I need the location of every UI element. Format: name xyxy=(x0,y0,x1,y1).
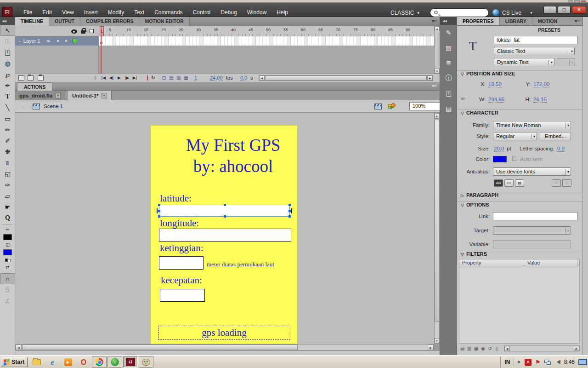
frames-grid[interactable] xyxy=(99,36,434,46)
start-button[interactable]: Start xyxy=(1,357,28,367)
center-frame-button[interactable]: ⊡ xyxy=(160,74,168,82)
layer-visible-dot[interactable] xyxy=(57,40,59,42)
align-panel-icon[interactable]: ≣ xyxy=(440,55,457,70)
tab-library[interactable]: LIBRARY xyxy=(500,17,532,25)
superscript-icon[interactable]: T¹ xyxy=(552,179,561,187)
brushes-panel-icon[interactable]: ✎ xyxy=(440,25,457,40)
straighten-option[interactable]: ∠ xyxy=(0,295,15,306)
history-panel-icon[interactable]: ▤ xyxy=(440,101,457,116)
delete-layer-button[interactable] xyxy=(38,75,44,80)
current-frame-value[interactable]: 1 xyxy=(194,75,197,81)
x-value[interactable]: 18,50 xyxy=(488,81,502,87)
step-back-button[interactable]: ◀| xyxy=(107,74,115,82)
free-transform-tool[interactable]: ◳ xyxy=(0,47,15,58)
transform-panel-icon[interactable]: ◰ xyxy=(440,86,457,101)
render-html-icon[interactable]: <> xyxy=(504,179,514,187)
os-close-button[interactable] xyxy=(581,0,586,2)
close-tab-icon[interactable]: × xyxy=(102,93,107,98)
os-minimize-button[interactable] xyxy=(568,0,573,2)
y-value[interactable]: 172,00 xyxy=(533,81,549,87)
go-to-last-frame-button[interactable]: ▶| xyxy=(131,74,139,82)
filter-presets-icon[interactable]: ▥ xyxy=(466,345,473,352)
meter-note-text[interactable]: meter diatas permukaan laut xyxy=(207,261,274,268)
layer-outline-color-swatch[interactable] xyxy=(73,39,77,43)
scene-name[interactable]: Scene 1 xyxy=(44,104,63,109)
scroll-left-icon[interactable]: ◀ xyxy=(504,346,510,351)
stroke-color-swatch[interactable] xyxy=(3,234,12,240)
eraser-tool[interactable]: ▱ xyxy=(0,190,15,201)
black-white-colors-icon[interactable] xyxy=(0,256,15,264)
scrollbar-thumb[interactable] xyxy=(435,120,439,322)
stage-pasteboard[interactable]: My First GPS by: ahocool latitude: longi… xyxy=(15,113,434,344)
hand-tool[interactable]: ☛ xyxy=(0,201,15,213)
selection-tool[interactable]: ↖ xyxy=(0,25,15,36)
timeline-horizontal-scrollbar[interactable]: ◀ ▶ xyxy=(259,75,433,81)
longitude-text-field[interactable] xyxy=(159,229,291,242)
text-tool[interactable]: T xyxy=(0,91,15,102)
edit-scene-icon[interactable] xyxy=(374,104,382,109)
show-border-icon[interactable]: ▤ xyxy=(515,179,524,187)
tab-compiler-errors[interactable]: COMPILER ERRORS xyxy=(80,17,139,26)
os-maximize-button[interactable] xyxy=(574,0,580,2)
scrollbar-thumb[interactable] xyxy=(265,75,427,80)
3d-rotation-tool[interactable]: ◍ xyxy=(0,58,15,69)
enable-filter-icon[interactable]: ◉ xyxy=(480,345,486,352)
filters-list-area[interactable] xyxy=(459,266,580,344)
selectable-text-icon[interactable]: AB xyxy=(494,179,503,187)
delete-filter-icon[interactable]: ▯ xyxy=(493,345,500,352)
tab-actions[interactable]: ACTIONS xyxy=(17,82,52,91)
stage-title-text[interactable]: My First GPS by: ahocool xyxy=(164,135,302,177)
frame-ruler[interactable]: 51015202530354045505560657075808590 1 xyxy=(99,26,434,36)
info-panel-icon[interactable]: ⓘ xyxy=(440,70,457,86)
onion-skin-button[interactable]: ▤ xyxy=(168,74,175,82)
scroll-up-icon[interactable]: ▲ xyxy=(435,26,440,31)
scroll-left-icon[interactable]: ◀ xyxy=(259,75,265,80)
kecepatan-text-field[interactable] xyxy=(160,289,205,302)
security-alert-tray-icon[interactable]: ⚑ xyxy=(535,359,541,366)
close-button[interactable]: ✕ xyxy=(572,6,586,14)
timeline-vertical-scrollbar[interactable]: ▲ ▼ xyxy=(434,26,440,74)
idm-taskbar-button[interactable]: ↓ xyxy=(107,356,122,368)
stage-vertical-scrollbar[interactable]: ▲ ▼ xyxy=(434,113,440,344)
property-column-header[interactable]: Property xyxy=(462,260,481,265)
text-type-select[interactable]: Dynamic Text ▾ xyxy=(494,58,554,66)
font-size-value[interactable]: 20,0 xyxy=(494,146,504,152)
volume-tray-icon[interactable] xyxy=(554,360,560,364)
zoom-tool[interactable]: Q xyxy=(0,213,15,224)
scroll-left-icon[interactable]: ◀ xyxy=(16,345,22,350)
instance-name-input[interactable]: lokasi_lat xyxy=(494,36,577,44)
reset-filter-icon[interactable]: ↺ xyxy=(486,345,493,352)
swatches-panel-icon[interactable]: ▦ xyxy=(440,40,457,55)
scroll-down-icon[interactable]: ▼ xyxy=(435,338,439,344)
go-to-first-frame-button[interactable]: |◀ xyxy=(100,74,107,82)
kecepatan-label[interactable]: kecepatan: xyxy=(161,275,202,286)
selection-handle[interactable] xyxy=(288,204,291,206)
doc-tab-untitled-1[interactable]: Untitled-1* × xyxy=(68,91,112,100)
w-value[interactable]: 284,95 xyxy=(488,97,504,103)
link-input[interactable] xyxy=(493,212,577,220)
tray-expand-icon[interactable]: « xyxy=(516,361,523,364)
new-folder-button[interactable] xyxy=(28,75,34,80)
layer-row[interactable]: ⌐ Layer 1 ✏ xyxy=(15,36,99,46)
gps-loading-text-field[interactable]: gps loading xyxy=(158,326,290,340)
media-player-icon[interactable]: ▶ xyxy=(63,358,73,367)
section-filters[interactable]: ▽FILTERS xyxy=(457,251,582,259)
snap-to-objects-toggle[interactable]: ∩ xyxy=(0,273,15,284)
selection-handle[interactable] xyxy=(224,215,226,218)
h-value[interactable]: 26,15 xyxy=(533,97,547,103)
stage-canvas[interactable]: My First GPS by: ahocool latitude: longi… xyxy=(150,125,298,344)
longitude-label[interactable]: longitude: xyxy=(160,218,199,229)
eyedropper-tool[interactable]: ✑ xyxy=(0,179,15,190)
loop-playback-icon[interactable]: ↻ xyxy=(151,74,155,82)
collapse-tools-icon[interactable]: ◀◀ xyxy=(0,17,15,25)
flash-taskbar-button[interactable]: Fl xyxy=(123,356,138,368)
ketinggian-label[interactable]: ketinggian: xyxy=(160,242,203,254)
selection-handle[interactable] xyxy=(158,204,160,206)
text-color-swatch[interactable] xyxy=(493,156,507,162)
anti-alias-select[interactable]: Use device fonts ▾ xyxy=(493,167,571,176)
embed-button[interactable]: Embed... xyxy=(540,132,571,140)
lasso-tool[interactable]: ℘ xyxy=(0,69,15,80)
explorer-icon[interactable] xyxy=(32,358,41,367)
letter-spacing-value[interactable]: 0,0 xyxy=(557,146,565,152)
filters-horizontal-scrollbar[interactable]: ◀ ▶ xyxy=(504,345,580,351)
